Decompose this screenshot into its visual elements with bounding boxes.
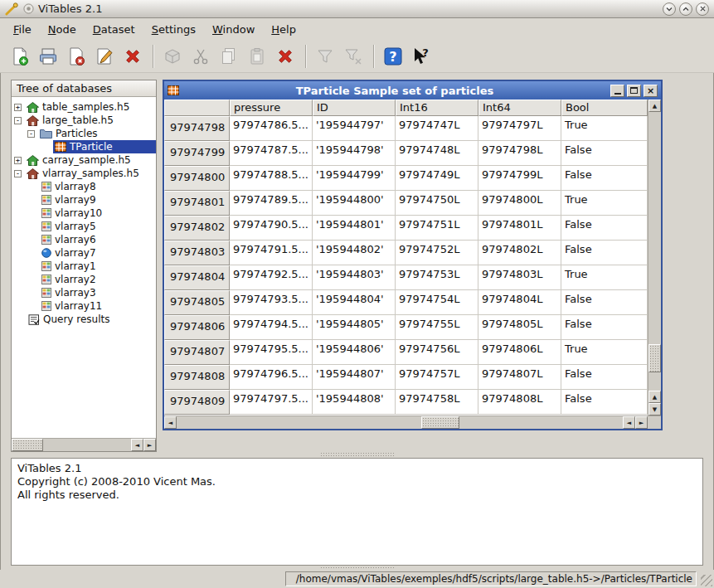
tree-item-vlarray-samples[interactable]: - vlarray_samples.h5 (12, 167, 156, 180)
column-header[interactable]: Bool (561, 100, 648, 116)
table-cell[interactable]: '195944806' (313, 340, 396, 365)
table-cell[interactable]: 97974807L (478, 365, 561, 390)
close-file-button[interactable] (63, 42, 90, 70)
scroll-left-icon[interactable]: ◄ (164, 416, 177, 429)
table-cell[interactable]: 97974795.5... (230, 340, 313, 365)
table-cell[interactable]: 97974752L (396, 241, 478, 265)
table-cell[interactable]: 97974799L (478, 166, 561, 191)
table-cell[interactable]: 97974804L (478, 290, 561, 315)
table-cell[interactable]: 97974800L (478, 191, 561, 216)
table-cell[interactable]: 97974789.5... (230, 191, 313, 216)
horizontal-splitter[interactable] (11, 452, 703, 457)
help-button[interactable]: ? (380, 42, 406, 70)
scroll-up-icon[interactable]: ▲ (648, 100, 661, 112)
table-cell[interactable]: False (561, 241, 648, 265)
table-cell[interactable]: False (561, 216, 648, 241)
child-maximize-button[interactable] (627, 85, 641, 97)
node-package-button[interactable] (159, 42, 186, 70)
table-cell[interactable]: '195944802' (313, 241, 396, 265)
window-titlebar[interactable]: ViTables 2.1 (0, 0, 714, 18)
tree-item-vlarray6[interactable]: vlarray6 (12, 233, 156, 246)
table-cell[interactable]: 97974801L (478, 216, 561, 241)
tree-item-carray-sample[interactable]: + carray_sample.h5 (12, 153, 156, 167)
whats-this-button[interactable]: ? (408, 42, 435, 70)
table-cell[interactable]: 97974792.5... (230, 265, 313, 290)
menu-dataset[interactable]: Dataset (85, 20, 143, 39)
tree-item-large-table[interactable]: - large_table.h5 (12, 114, 156, 127)
cut-node-button[interactable] (187, 42, 214, 70)
tree-item-vlarray3[interactable]: vlarray3 (12, 286, 156, 299)
row-header[interactable]: 97974806 (164, 315, 230, 340)
table-cell[interactable]: 97974753L (396, 265, 478, 290)
table-cell[interactable]: '195944807' (313, 365, 396, 390)
row-header[interactable]: 97974799 (164, 141, 230, 166)
filter-button[interactable] (312, 42, 338, 70)
menu-window[interactable]: Window (204, 20, 263, 39)
table-cell[interactable]: True (561, 340, 648, 365)
dataset-window-titlebar[interactable]: TParticle Sample set of particles × (164, 81, 661, 100)
tree-item-vlarray10[interactable]: vlarray10 (12, 207, 156, 220)
table-cell[interactable]: 97974755L (396, 315, 478, 340)
table-cell[interactable]: 97974791.5... (230, 241, 313, 265)
table-cell[interactable]: 97974788.5... (230, 166, 313, 191)
row-header[interactable]: 97974801 (164, 191, 230, 216)
expander-icon[interactable]: - (27, 130, 35, 138)
scrollbar-thumb[interactable] (12, 439, 43, 451)
column-header[interactable]: ID (313, 100, 396, 116)
expander-icon[interactable]: + (14, 104, 22, 111)
table-cell[interactable]: 97974786.5... (230, 116, 313, 141)
scroll-left-icon[interactable]: ◄ (623, 416, 635, 429)
table-cell[interactable]: False (561, 166, 648, 191)
tree-item-tparticle[interactable]: TParticle (12, 140, 156, 153)
table-cell[interactable]: False (561, 290, 648, 315)
menu-file[interactable]: File (5, 20, 40, 39)
table-cell[interactable]: 97974748L (396, 141, 478, 166)
table-cell[interactable]: False (561, 315, 648, 340)
scroll-up-icon[interactable]: ▲ (648, 391, 661, 403)
table-cell[interactable]: True (561, 116, 648, 141)
minimize-button[interactable] (663, 2, 676, 16)
column-header[interactable]: pressure (230, 100, 313, 116)
table-cell[interactable]: 97974802L (478, 241, 561, 265)
table-cell[interactable]: True (561, 191, 648, 216)
table-cell[interactable]: 97974749L (396, 166, 478, 191)
menu-node[interactable]: Node (40, 20, 85, 39)
table-cell[interactable]: 97974787.5... (230, 141, 313, 166)
scrollbar-thumb[interactable] (648, 344, 661, 372)
tree-item-vlarray1[interactable]: vlarray1 (12, 260, 156, 273)
scroll-right-icon[interactable]: ► (635, 416, 648, 429)
table-cell[interactable]: '195944799' (313, 166, 396, 191)
row-header[interactable]: 97974805 (164, 290, 230, 315)
table-cell[interactable]: 97974754L (396, 290, 478, 315)
table-cell[interactable]: '195944798' (313, 141, 396, 166)
scrollbar-thumb[interactable] (421, 416, 459, 429)
tree-item-particles[interactable]: - Particles (12, 127, 156, 140)
table-cell[interactable]: 97974797L (478, 116, 561, 141)
close-button[interactable] (696, 2, 709, 16)
delete-node-button[interactable] (272, 42, 299, 70)
scroll-down-icon[interactable]: ▼ (648, 403, 661, 415)
table-cell[interactable]: 97974757L (396, 365, 478, 390)
child-close-button[interactable]: × (644, 85, 658, 97)
expander-icon[interactable]: - (14, 117, 22, 124)
table-cell[interactable]: 97974751L (396, 216, 478, 241)
child-minimize-button[interactable] (610, 85, 624, 97)
tree-item-vlarray11[interactable]: vlarray11 (12, 299, 156, 313)
tree-item-vlarray2[interactable]: vlarray2 (12, 273, 156, 286)
table-vertical-scrollbar[interactable]: ▲ ▲ ▼ (648, 100, 661, 415)
tree-horizontal-scrollbar[interactable]: ◄ ► (12, 438, 156, 451)
paste-node-button[interactable] (244, 42, 270, 70)
table-cell[interactable]: '195944800' (313, 191, 396, 216)
table-cell[interactable]: 97974806L (478, 340, 561, 365)
table-cell[interactable]: '195944797' (313, 116, 396, 141)
table-cell[interactable]: True (561, 265, 648, 290)
expander-icon[interactable]: - (14, 170, 22, 177)
table-cell[interactable]: 97974750L (396, 191, 478, 216)
scroll-left-icon[interactable]: ◄ (131, 439, 143, 451)
column-header[interactable]: Int64 (478, 100, 561, 116)
table-cell[interactable]: False (561, 365, 648, 390)
table-cell[interactable]: 97974798L (478, 141, 561, 166)
row-header[interactable]: 97974807 (164, 340, 230, 365)
scrollbar-track[interactable] (177, 416, 623, 429)
row-header[interactable]: 97974804 (164, 265, 230, 290)
